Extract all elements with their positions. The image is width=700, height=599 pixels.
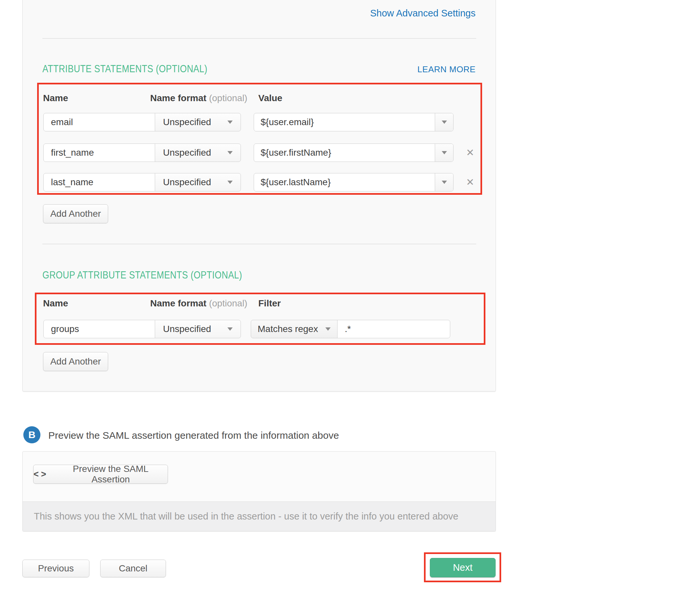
attribute-name-input[interactable] <box>43 173 155 191</box>
attribute-value-input[interactable] <box>254 144 435 162</box>
chevron-down-icon <box>227 121 233 124</box>
attribute-value-input[interactable] <box>254 113 435 131</box>
name-format-dropdown[interactable]: Unspecified <box>155 144 241 162</box>
group-attribute-statements-title: GROUP ATTRIBUTE STATEMENTS (OPTIONAL) <box>42 269 242 281</box>
name-format-value: Unspecified <box>163 324 211 334</box>
next-button[interactable]: Next <box>430 558 496 577</box>
step-b-badge: B <box>23 426 41 443</box>
saml-settings-page: Show Advanced Settings ATTRIBUTE STATEME… <box>0 0 700 599</box>
column-header-value: Value <box>258 93 282 103</box>
filter-type-dropdown[interactable]: Matches regex <box>251 320 338 338</box>
chevron-down-icon <box>227 328 233 331</box>
preview-button-label: Preview the SAML Assertion <box>54 464 168 485</box>
attribute-row: Unspecified ✕ <box>43 144 474 162</box>
previous-button[interactable]: Previous <box>22 559 90 577</box>
attribute-name-input[interactable] <box>43 144 155 162</box>
chevron-down-icon <box>227 151 233 154</box>
code-icon: <> <box>33 469 49 479</box>
section-divider <box>42 244 476 244</box>
name-format-dropdown[interactable]: Unspecified <box>155 173 241 191</box>
add-another-group-attribute-button[interactable]: Add Another <box>43 352 108 371</box>
value-dropdown-toggle[interactable] <box>435 113 453 131</box>
attribute-row: Unspecified <box>43 113 453 131</box>
attribute-value-combo <box>254 144 453 162</box>
chevron-down-icon <box>227 181 233 184</box>
step-b-heading: Preview the SAML assertion generated fro… <box>48 428 339 443</box>
name-format-dropdown[interactable]: Unspecified <box>155 320 241 338</box>
chevron-down-icon <box>442 151 447 154</box>
add-another-attribute-button[interactable]: Add Another <box>43 204 108 223</box>
chevron-down-icon <box>325 328 331 331</box>
attribute-statements-title: ATTRIBUTE STATEMENTS (OPTIONAL) <box>42 63 207 75</box>
column-header-name-format: Name format (optional) <box>150 298 247 309</box>
value-dropdown-toggle[interactable] <box>435 144 453 162</box>
name-format-value: Unspecified <box>163 148 211 158</box>
group-name-input[interactable] <box>43 320 155 338</box>
column-header-name: Name <box>43 298 68 309</box>
show-advanced-settings-link[interactable]: Show Advanced Settings <box>370 8 476 19</box>
section-divider <box>42 38 476 39</box>
attribute-value-combo <box>254 173 453 191</box>
learn-more-link[interactable]: LEARN MORE <box>417 64 476 75</box>
name-format-value: Unspecified <box>163 117 211 127</box>
optional-note: (optional) <box>209 93 247 103</box>
remove-row-icon[interactable]: ✕ <box>466 177 474 187</box>
attribute-value-combo <box>254 113 453 131</box>
preview-note: This shows you the XML that will be used… <box>23 501 496 531</box>
chevron-down-icon <box>442 121 447 124</box>
attribute-row: Unspecified ✕ <box>43 173 474 191</box>
chevron-down-icon <box>442 181 447 184</box>
column-header-name-format: Name format (optional) <box>150 93 247 103</box>
column-header-name: Name <box>43 93 68 103</box>
attribute-value-input[interactable] <box>254 174 435 191</box>
column-header-filter: Filter <box>258 298 281 309</box>
preview-saml-assertion-button[interactable]: <> Preview the SAML Assertion <box>33 465 168 484</box>
name-format-value: Unspecified <box>163 177 211 187</box>
filter-type-value: Matches regex <box>258 324 318 334</box>
cancel-button[interactable]: Cancel <box>100 559 166 577</box>
optional-note: (optional) <box>209 298 247 308</box>
name-format-dropdown[interactable]: Unspecified <box>155 113 241 131</box>
filter-value-input[interactable] <box>337 320 450 338</box>
value-dropdown-toggle[interactable] <box>435 174 453 191</box>
group-attribute-row: Unspecified Matches regex <box>43 320 450 338</box>
attribute-name-input[interactable] <box>43 113 155 131</box>
remove-row-icon[interactable]: ✕ <box>466 148 474 158</box>
